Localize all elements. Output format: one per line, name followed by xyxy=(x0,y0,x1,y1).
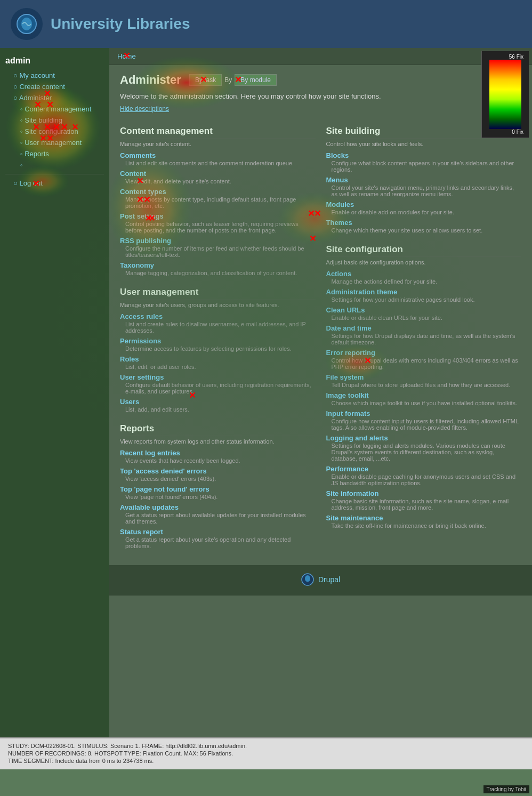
link-access-denied[interactable]: Top 'access denied' errors xyxy=(120,467,316,475)
reports-title: Reports xyxy=(120,423,316,436)
by-task-button[interactable]: By task xyxy=(189,74,222,86)
user-management-desc: Manage your site's users, groups and acc… xyxy=(120,302,316,308)
tobii-badge: Tracking by Tobii xyxy=(483,785,529,793)
sidebar-item-user-mgmt[interactable]: ◦ User management xyxy=(5,138,104,147)
desc-clean-urls: Enable or disable clean URLs for your si… xyxy=(326,315,522,321)
sidebar-link-logout[interactable]: ○ Log out xyxy=(5,179,104,188)
link-logging-alerts[interactable]: Logging and alerts xyxy=(326,434,522,442)
link-content[interactable]: Content xyxy=(120,170,316,178)
content-topbar: Home xyxy=(109,48,532,65)
link-actions[interactable]: Actions xyxy=(326,270,522,278)
status-line-2: NUMBER OF RECORDINGS: 8. HOTSPOT TYPE: F… xyxy=(8,750,524,757)
drupal-text: Drupal xyxy=(318,575,340,584)
sidebar-divider xyxy=(5,174,104,174)
by-module-button[interactable]: By module xyxy=(235,74,277,86)
site-title: University Libraries xyxy=(51,15,190,33)
content-management-title: Content management xyxy=(120,126,316,139)
sidebar-link-content-mgmt[interactable]: ◦ Content management xyxy=(5,104,104,114)
breadcrumb-home[interactable]: Home xyxy=(117,52,136,60)
reports-block: Reports View reports from system logs an… xyxy=(120,423,316,549)
drupal-footer-logo: Drupal xyxy=(301,573,340,586)
link-permissions[interactable]: Permissions xyxy=(120,337,316,345)
sidebar-link-administer[interactable]: ○ Administer xyxy=(5,93,104,102)
link-roles[interactable]: Roles xyxy=(120,355,316,363)
sidebar-item-administer[interactable]: ○ Administer xyxy=(5,93,104,102)
status-line-3: TIME SEGMENT: Include data from 0 ms to … xyxy=(8,758,524,764)
desc-date-time: Settings for how Drupal displays date an… xyxy=(326,333,522,345)
link-status-report[interactable]: Status report xyxy=(120,528,316,536)
desc-error-reporting: Control how Drupal deals with errors inc… xyxy=(326,357,522,370)
site-configuration-desc: Adjust basic site configuration options. xyxy=(326,259,522,266)
desc-page-not-found: View 'page not found' errors (404s). xyxy=(120,494,316,500)
admin-header: Administer By task By By module xyxy=(120,73,521,87)
sidebar-item-sub-extra[interactable]: ◦ xyxy=(5,160,104,170)
sidebar-item-site-building[interactable]: ◦ Site building xyxy=(5,116,104,125)
desc-recent-log: View events that have recently been logg… xyxy=(120,457,316,464)
desc-themes: Change which theme your site uses or all… xyxy=(326,227,522,234)
link-date-time[interactable]: Date and time xyxy=(326,324,522,332)
link-available-updates[interactable]: Available updates xyxy=(120,503,316,511)
sidebar-item-reports[interactable]: ◦ Reports xyxy=(5,149,104,158)
sidebar-link-sub-extra[interactable]: ◦ xyxy=(5,160,104,170)
link-comments[interactable]: Comments xyxy=(120,151,316,159)
sidebar-link-site-config[interactable]: ◦ Site configuration xyxy=(5,127,104,136)
link-rss-publishing[interactable]: RSS publishing xyxy=(120,237,316,245)
site-logo[interactable] xyxy=(11,8,43,40)
link-admin-theme[interactable]: Administration theme xyxy=(326,288,522,296)
link-error-reporting[interactable]: Error reporting xyxy=(326,349,522,357)
link-taxonomy[interactable]: Taxonomy xyxy=(120,261,316,269)
right-column: Site building Control how your site look… xyxy=(326,126,522,560)
link-input-formats[interactable]: Input formats xyxy=(326,409,522,417)
sidebar-link-reports[interactable]: ◦ Reports xyxy=(5,149,104,158)
link-blocks[interactable]: Blocks xyxy=(326,151,522,159)
link-image-toolkit[interactable]: Image toolkit xyxy=(326,391,522,399)
sidebar-link-user-mgmt[interactable]: ◦ User management xyxy=(5,138,104,147)
link-file-system[interactable]: File system xyxy=(326,373,522,381)
sidebar-item-site-config[interactable]: ◦ Site configuration xyxy=(5,127,104,136)
sidebar-item-content-mgmt[interactable]: ◦ Content management xyxy=(5,104,104,114)
content-management-block: Content management Manage your site's co… xyxy=(120,126,316,276)
desc-access-denied: View 'access denied' errors (403s). xyxy=(120,476,316,482)
sidebar-link-site-building[interactable]: ◦ Site building xyxy=(5,116,104,125)
by-label: By xyxy=(224,76,232,84)
link-recent-log[interactable]: Recent log entries xyxy=(120,449,316,457)
desc-performance: Enable or disable page caching for anony… xyxy=(326,473,522,486)
desc-menus: Control your site's navigation menu, pri… xyxy=(326,184,522,197)
left-column: Content management Manage your site's co… xyxy=(120,126,316,560)
link-user-settings[interactable]: User settings xyxy=(120,373,316,381)
desc-site-maintenance: Take the site off-line for maintenance o… xyxy=(326,522,522,529)
sidebar-link-create-content[interactable]: ○ Create content xyxy=(5,82,104,91)
sidebar-item-create-content[interactable]: ○ Create content xyxy=(5,82,104,91)
sidebar-item-logout[interactable]: ○ Log out xyxy=(5,179,104,188)
link-themes[interactable]: Themes xyxy=(326,219,522,227)
link-site-maintenance[interactable]: Site maintenance xyxy=(326,514,522,522)
desc-actions: Manage the actions defined for your site… xyxy=(326,278,522,285)
link-content-types[interactable]: Content types xyxy=(120,188,316,196)
link-menus[interactable]: Menus xyxy=(326,176,522,184)
link-clean-urls[interactable]: Clean URLs xyxy=(326,306,522,314)
desc-input-formats: Configure how content input by users is … xyxy=(326,418,522,431)
desc-content: View, edit, and delete your site's conte… xyxy=(120,178,316,184)
sidebar-nav-logout: ○ Log out xyxy=(5,179,104,188)
link-users[interactable]: Users xyxy=(120,398,316,406)
legend-max-label: 56 Fix xyxy=(485,54,526,60)
admin-section: Administer By task By By module Welcome … xyxy=(109,65,532,120)
link-post-settings[interactable]: Post settings xyxy=(120,212,316,220)
site-building-block: Site building Control how your site look… xyxy=(326,126,522,234)
two-column-layout: Content management Manage your site's co… xyxy=(109,120,532,565)
site-configuration-block: Site configuration Adjust basic site con… xyxy=(326,244,522,529)
link-page-not-found[interactable]: Top 'page not found' errors xyxy=(120,485,316,493)
header: University Libraries xyxy=(0,0,532,48)
hide-descriptions-link[interactable]: Hide descriptions xyxy=(120,105,169,112)
link-access-rules[interactable]: Access rules xyxy=(120,312,316,320)
desc-admin-theme: Settings for how your administrative pag… xyxy=(326,296,522,303)
user-management-title: User management xyxy=(120,287,316,300)
reports-desc: View reports from system logs and other … xyxy=(120,438,316,445)
admin-title: Administer xyxy=(120,73,181,87)
link-performance[interactable]: Performance xyxy=(326,465,522,473)
sidebar-item-my-account[interactable]: ○ My account xyxy=(5,71,104,80)
link-modules[interactable]: Modules xyxy=(326,200,522,208)
sidebar-link-my-account[interactable]: ○ My account xyxy=(5,71,104,80)
link-site-information[interactable]: Site information xyxy=(326,489,522,497)
desc-rss-publishing: Configure the number of items per feed a… xyxy=(120,245,316,258)
